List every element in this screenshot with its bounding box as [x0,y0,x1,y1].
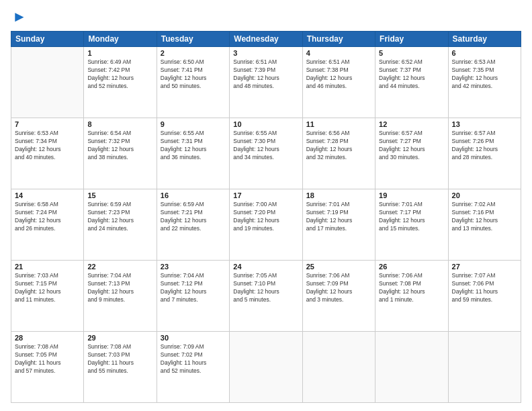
calendar-cell [302,332,375,403]
day-number: 23 [161,263,226,271]
day-number: 5 [379,49,444,57]
day-info: Sunrise: 6:59 AM Sunset: 7:23 PM Dayligh… [87,201,152,233]
calendar-cell: 3Sunrise: 6:51 AM Sunset: 7:39 PM Daylig… [230,47,302,118]
header: ► [11,8,521,26]
day-number: 4 [306,49,371,57]
calendar-cell: 29Sunrise: 7:08 AM Sunset: 7:03 PM Dayli… [84,332,157,403]
day-info: Sunrise: 6:51 AM Sunset: 7:39 PM Dayligh… [233,58,298,91]
day-info: Sunrise: 7:06 AM Sunset: 7:09 PM Dayligh… [306,272,371,304]
day-number: 30 [161,334,226,342]
week-row-2: 7Sunrise: 6:53 AM Sunset: 7:34 PM Daylig… [11,118,521,189]
calendar-cell: 23Sunrise: 7:04 AM Sunset: 7:12 PM Dayli… [157,261,229,332]
calendar-cell: 28Sunrise: 7:08 AM Sunset: 7:05 PM Dayli… [11,332,84,403]
day-info: Sunrise: 7:04 AM Sunset: 7:13 PM Dayligh… [87,272,152,304]
logo: ► [11,8,27,26]
calendar-cell: 7Sunrise: 6:53 AM Sunset: 7:34 PM Daylig… [11,118,84,189]
day-number: 14 [15,191,80,199]
calendar-cell: 5Sunrise: 6:52 AM Sunset: 7:37 PM Daylig… [375,47,448,118]
calendar-cell: 24Sunrise: 7:05 AM Sunset: 7:10 PM Dayli… [230,261,302,332]
weekday-header-wednesday: Wednesday [230,32,302,47]
calendar-cell: 26Sunrise: 7:06 AM Sunset: 7:08 PM Dayli… [375,261,448,332]
day-info: Sunrise: 6:51 AM Sunset: 7:38 PM Dayligh… [306,58,371,91]
day-number: 7 [15,120,80,128]
calendar-cell: 6Sunrise: 6:53 AM Sunset: 7:35 PM Daylig… [448,47,521,118]
week-row-4: 21Sunrise: 7:03 AM Sunset: 7:15 PM Dayli… [11,261,521,332]
day-info: Sunrise: 6:54 AM Sunset: 7:32 PM Dayligh… [87,130,152,162]
calendar-cell: 1Sunrise: 6:49 AM Sunset: 7:42 PM Daylig… [84,47,157,118]
calendar-cell: 14Sunrise: 6:58 AM Sunset: 7:24 PM Dayli… [11,189,84,261]
day-info: Sunrise: 6:49 AM Sunset: 7:42 PM Dayligh… [87,58,152,91]
day-info: Sunrise: 7:06 AM Sunset: 7:08 PM Dayligh… [379,272,444,304]
day-info: Sunrise: 6:50 AM Sunset: 7:41 PM Dayligh… [161,58,226,91]
day-number: 1 [87,49,152,57]
day-number: 12 [379,120,444,128]
day-number: 2 [161,49,226,57]
day-info: Sunrise: 7:04 AM Sunset: 7:12 PM Dayligh… [161,272,226,304]
day-info: Sunrise: 7:07 AM Sunset: 7:06 PM Dayligh… [452,272,517,304]
logo-icon: ► [12,8,27,26]
calendar-cell [230,332,302,403]
calendar-cell: 17Sunrise: 7:00 AM Sunset: 7:20 PM Dayli… [230,189,302,261]
calendar-cell: 2Sunrise: 6:50 AM Sunset: 7:41 PM Daylig… [157,47,229,118]
day-info: Sunrise: 6:59 AM Sunset: 7:21 PM Dayligh… [161,201,226,233]
calendar-cell: 8Sunrise: 6:54 AM Sunset: 7:32 PM Daylig… [84,118,157,189]
day-number: 24 [233,263,298,271]
week-row-5: 28Sunrise: 7:08 AM Sunset: 7:05 PM Dayli… [11,332,521,403]
day-info: Sunrise: 6:53 AM Sunset: 7:35 PM Dayligh… [452,58,517,91]
calendar-cell: 13Sunrise: 6:57 AM Sunset: 7:26 PM Dayli… [448,118,521,189]
day-number: 28 [15,334,80,342]
day-number: 20 [452,191,517,199]
calendar-cell: 25Sunrise: 7:06 AM Sunset: 7:09 PM Dayli… [302,261,375,332]
day-number: 27 [452,263,517,271]
calendar-cell: 18Sunrise: 7:01 AM Sunset: 7:19 PM Dayli… [302,189,375,261]
day-info: Sunrise: 6:52 AM Sunset: 7:37 PM Dayligh… [379,58,444,91]
day-number: 19 [379,191,444,199]
week-row-1: 1Sunrise: 6:49 AM Sunset: 7:42 PM Daylig… [11,47,521,118]
day-info: Sunrise: 6:58 AM Sunset: 7:24 PM Dayligh… [15,201,80,233]
calendar-cell [375,332,448,403]
day-info: Sunrise: 6:55 AM Sunset: 7:30 PM Dayligh… [233,130,298,162]
day-info: Sunrise: 7:08 AM Sunset: 7:05 PM Dayligh… [15,343,80,375]
calendar-cell [11,47,84,118]
calendar-cell: 16Sunrise: 6:59 AM Sunset: 7:21 PM Dayli… [157,189,229,261]
day-info: Sunrise: 7:05 AM Sunset: 7:10 PM Dayligh… [233,272,298,304]
weekday-header-tuesday: Tuesday [157,32,229,47]
day-number: 29 [87,334,152,342]
calendar-cell: 21Sunrise: 7:03 AM Sunset: 7:15 PM Dayli… [11,261,84,332]
weekday-header-friday: Friday [375,32,448,47]
day-number: 17 [233,191,298,199]
weekday-header-sunday: Sunday [11,32,84,47]
day-number: 8 [87,120,152,128]
day-info: Sunrise: 6:57 AM Sunset: 7:27 PM Dayligh… [379,130,444,162]
day-info: Sunrise: 7:01 AM Sunset: 7:17 PM Dayligh… [379,201,444,233]
day-number: 16 [161,191,226,199]
day-info: Sunrise: 7:01 AM Sunset: 7:19 PM Dayligh… [306,201,371,233]
day-number: 11 [306,120,371,128]
day-number: 9 [161,120,226,128]
day-info: Sunrise: 7:02 AM Sunset: 7:16 PM Dayligh… [452,201,517,233]
day-info: Sunrise: 7:08 AM Sunset: 7:03 PM Dayligh… [87,343,152,375]
day-info: Sunrise: 6:57 AM Sunset: 7:26 PM Dayligh… [452,130,517,162]
calendar-cell: 27Sunrise: 7:07 AM Sunset: 7:06 PM Dayli… [448,261,521,332]
day-number: 25 [306,263,371,271]
calendar-cell: 20Sunrise: 7:02 AM Sunset: 7:16 PM Dayli… [448,189,521,261]
weekday-header-thursday: Thursday [302,32,375,47]
weekday-header-saturday: Saturday [448,32,521,47]
calendar-cell: 30Sunrise: 7:09 AM Sunset: 7:02 PM Dayli… [157,332,229,403]
calendar-cell: 11Sunrise: 6:56 AM Sunset: 7:28 PM Dayli… [302,118,375,189]
day-info: Sunrise: 7:03 AM Sunset: 7:15 PM Dayligh… [15,272,80,304]
day-number: 22 [87,263,152,271]
day-info: Sunrise: 7:09 AM Sunset: 7:02 PM Dayligh… [161,343,226,375]
weekday-header-row: SundayMondayTuesdayWednesdayThursdayFrid… [11,32,521,47]
calendar-cell: 4Sunrise: 6:51 AM Sunset: 7:38 PM Daylig… [302,47,375,118]
page: ► SundayMondayTuesdayWednesdayThursdayFr… [0,0,532,411]
calendar-cell [448,332,521,403]
calendar-cell: 15Sunrise: 6:59 AM Sunset: 7:23 PM Dayli… [84,189,157,261]
calendar-table: SundayMondayTuesdayWednesdayThursdayFrid… [11,31,521,403]
day-info: Sunrise: 6:53 AM Sunset: 7:34 PM Dayligh… [15,130,80,162]
day-number: 10 [233,120,298,128]
day-number: 13 [452,120,517,128]
weekday-header-monday: Monday [84,32,157,47]
calendar-cell: 12Sunrise: 6:57 AM Sunset: 7:27 PM Dayli… [375,118,448,189]
day-number: 18 [306,191,371,199]
